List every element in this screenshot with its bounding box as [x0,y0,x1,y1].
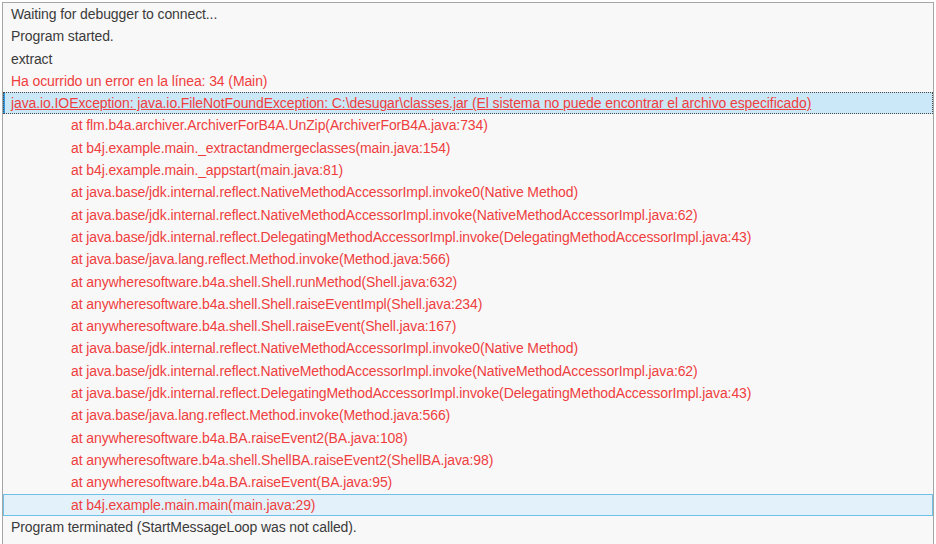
log-line[interactable]: at anywheresoftware.b4a.shell.Shell.rais… [3,315,933,337]
debugger-log-panel: Waiting for debugger to connect...Progra… [2,2,934,544]
log-line[interactable]: at anywheresoftware.b4a.BA.raiseEvent(BA… [3,471,933,493]
log-line[interactable]: at anywheresoftware.b4a.shell.Shell.runM… [3,271,933,293]
log-line[interactable]: Program started. [3,25,933,47]
log-line[interactable]: at java.base/java.lang.reflect.Method.in… [3,248,933,270]
log-line[interactable]: at flm.b4a.archiver.ArchiverForB4A.UnZip… [3,114,933,136]
log-output-list: Waiting for debugger to connect...Progra… [3,3,933,538]
log-line[interactable]: at java.base/jdk.internal.reflect.Native… [3,181,933,203]
log-line[interactable]: at anywheresoftware.b4a.BA.raiseEvent2(B… [3,427,933,449]
log-line[interactable]: Ha ocurrido un error en la línea: 34 (Ma… [3,70,933,92]
log-line[interactable]: Program terminated (StartMessageLoop was… [3,516,933,538]
log-line[interactable]: at java.base/jdk.internal.reflect.Delega… [3,382,933,404]
log-line[interactable]: at java.base/jdk.internal.reflect.Delega… [3,226,933,248]
log-line[interactable]: at java.base/jdk.internal.reflect.Native… [3,360,933,382]
log-line-selected[interactable]: java.io.IOException: java.io.FileNotFoun… [3,92,933,114]
log-line[interactable]: at anywheresoftware.b4a.shell.ShellBA.ra… [3,449,933,471]
log-line[interactable]: extract [3,48,933,70]
log-line[interactable]: Waiting for debugger to connect... [3,3,933,25]
log-line[interactable]: at b4j.example.main._extractandmergeclas… [3,137,933,159]
log-line[interactable]: at java.base/jdk.internal.reflect.Native… [3,337,933,359]
log-line[interactable]: at anywheresoftware.b4a.shell.Shell.rais… [3,293,933,315]
log-line[interactable]: at b4j.example.main._appstart(main.java:… [3,159,933,181]
log-line[interactable]: at java.base/java.lang.reflect.Method.in… [3,404,933,426]
log-line[interactable]: at java.base/jdk.internal.reflect.Native… [3,204,933,226]
log-line-hovered[interactable]: at b4j.example.main.main(main.java:29) [3,494,933,516]
